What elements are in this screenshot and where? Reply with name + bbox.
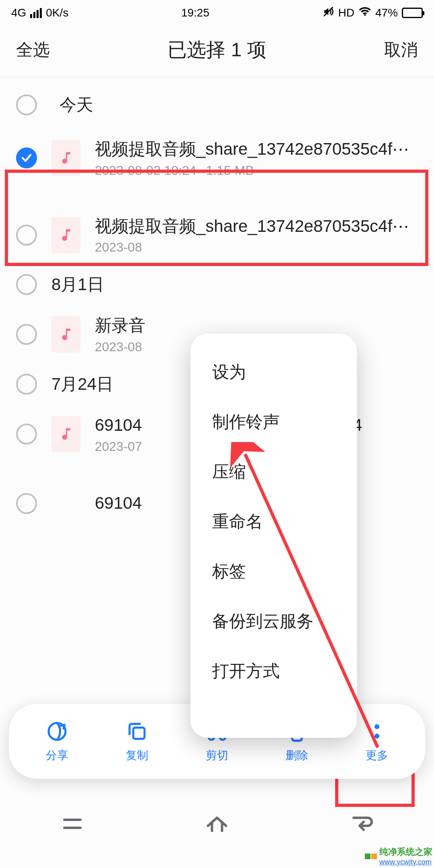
- menu-compress[interactable]: 压缩: [190, 447, 357, 497]
- watermark: 纯净系统之家 www.ycwjty.com: [365, 846, 432, 866]
- watermark-logo-icon: [365, 854, 377, 859]
- menu-tag[interactable]: 标签: [190, 547, 357, 596]
- file-row[interactable]: 视频提取音频_share_13742e870535c4f⋯ 2023-08-02…: [0, 127, 434, 188]
- battery-pct: 47%: [375, 6, 398, 19]
- section-title: 7月24日: [51, 373, 113, 395]
- music-file-icon: [51, 416, 80, 452]
- svg-point-5: [375, 724, 379, 729]
- share-icon: [45, 720, 69, 743]
- file-checkbox[interactable]: [16, 225, 37, 246]
- copy-button[interactable]: 复制: [113, 720, 161, 763]
- copy-icon: [125, 720, 149, 743]
- network-label: 4G: [11, 6, 26, 19]
- file-name: 视频提取音频_share_13742e870535c4f⋯: [95, 138, 418, 161]
- section-checkbox[interactable]: [16, 94, 37, 115]
- nav-back-button[interactable]: [342, 812, 382, 836]
- more-icon: [365, 720, 389, 743]
- share-button[interactable]: 分享: [33, 720, 81, 763]
- signal-icon: [30, 8, 42, 18]
- cancel-button[interactable]: 取消: [384, 39, 418, 61]
- selection-header: 全选 已选择 1 项 取消: [0, 26, 434, 78]
- hd-label: HD: [338, 6, 354, 19]
- menu-open-with[interactable]: 打开方式: [190, 646, 357, 696]
- wifi-icon: [358, 5, 371, 21]
- more-menu-popup: 设为 制作铃声 压缩 重命名 标签 备份到云服务 打开方式: [190, 334, 357, 738]
- page-title: 已选择 1 项: [168, 37, 266, 63]
- system-navbar: [0, 796, 434, 852]
- file-checkbox[interactable]: [16, 493, 37, 514]
- nav-home-button[interactable]: [197, 812, 237, 836]
- clock: 19:25: [181, 6, 209, 19]
- section-title: 8月1日: [51, 273, 104, 296]
- file-checkbox[interactable]: [16, 324, 37, 345]
- section-checkbox[interactable]: [16, 274, 37, 295]
- section-header: 今天: [0, 78, 434, 127]
- file-row[interactable]: 视频提取音频_share_13742e870535c4f⋯ 2023-08: [0, 205, 434, 266]
- file-checkbox[interactable]: [16, 147, 37, 168]
- menu-backup-cloud[interactable]: 备份到云服务: [190, 596, 357, 646]
- watermark-name: 纯净系统之家: [379, 846, 432, 858]
- music-file-icon: [51, 316, 80, 352]
- select-all-button[interactable]: 全选: [16, 39, 50, 61]
- music-file-icon: [51, 140, 80, 176]
- more-button[interactable]: 更多: [353, 720, 401, 763]
- menu-make-ringtone[interactable]: 制作铃声: [190, 397, 357, 447]
- svg-point-6: [375, 734, 379, 739]
- mute-icon: [322, 6, 334, 20]
- file-subinfo: 2023-08-02 19:241.15 MB: [95, 163, 418, 178]
- section-title: 今天: [59, 94, 93, 116]
- watermark-url: www.ycwjty.com: [379, 858, 432, 866]
- svg-rect-2: [133, 728, 144, 739]
- status-bar: 4G 0K/s 19:25 HD 47%: [0, 0, 434, 26]
- menu-set-as[interactable]: 设为: [190, 347, 357, 397]
- file-subinfo: 2023-08: [95, 240, 418, 255]
- nav-recent-button[interactable]: [52, 812, 92, 836]
- section-checkbox[interactable]: [16, 374, 37, 395]
- file-checkbox[interactable]: [16, 424, 37, 444]
- speed-label: 0K/s: [46, 6, 68, 19]
- section-header: 8月1日: [0, 265, 434, 304]
- battery-icon: [402, 8, 423, 18]
- music-file-icon: [51, 217, 80, 253]
- menu-rename[interactable]: 重命名: [190, 497, 357, 547]
- file-name: 视频提取音频_share_13742e870535c4f⋯: [95, 215, 418, 238]
